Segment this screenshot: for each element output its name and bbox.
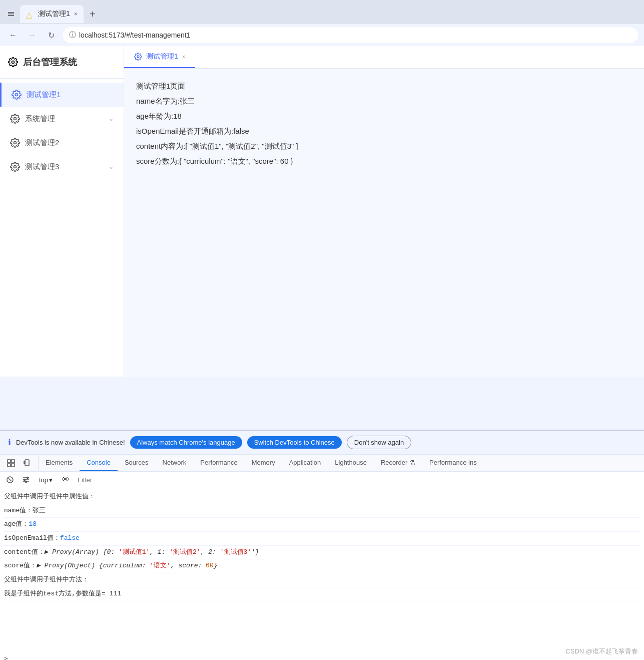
address-input[interactable]: ⓘ localhost:5173/#/test-management1 bbox=[63, 27, 638, 43]
menu-icon-system bbox=[10, 114, 20, 124]
devtools-tab-elements[interactable]: Elements bbox=[39, 455, 80, 471]
devtools-tabs: Elements Console Sources Network Perform… bbox=[0, 455, 644, 472]
info-icon: ⓘ bbox=[69, 31, 76, 40]
top-context-select[interactable]: top ▾ bbox=[36, 475, 56, 485]
expand-icon-test3: ⌄ bbox=[109, 163, 114, 170]
devtools-toolbar: top ▾ 👁 bbox=[0, 472, 644, 488]
svg-rect-6 bbox=[8, 460, 11, 463]
menu-icon-test2 bbox=[10, 138, 20, 148]
devtools-tab-memory[interactable]: Memory bbox=[245, 455, 282, 471]
devtools-tab-console[interactable]: Console bbox=[80, 455, 118, 471]
menu-label-test2: 测试管理2 bbox=[25, 138, 114, 148]
page-content: 测试管理1页面 name名字为:张三 age年龄为:18 isOpenEmail… bbox=[124, 69, 644, 179]
menu-icon-test1 bbox=[12, 90, 22, 100]
expand-icon-system: ⌄ bbox=[109, 115, 114, 122]
app-layout: 后台管理系统 测试管理1 系统管理 ⌄ 测试管理2 bbox=[0, 46, 644, 377]
svg-rect-11 bbox=[24, 461, 25, 464]
devtools-left-icons bbox=[0, 456, 39, 470]
csdn-watermark: CSDN @谁不起飞筝青春 bbox=[565, 647, 638, 656]
sidebar-item-test1[interactable]: 测试管理1 bbox=[0, 83, 124, 107]
clear-console-button[interactable] bbox=[4, 474, 16, 486]
switch-chinese-button[interactable]: Switch DevTools to Chinese bbox=[247, 436, 342, 449]
content-tabs: 测试管理1 × bbox=[124, 46, 644, 69]
main-content: 测试管理1 × 测试管理1页面 name名字为:张三 age年龄为:18 isO… bbox=[124, 46, 644, 377]
console-filter-input[interactable] bbox=[76, 475, 640, 485]
notification-info-icon: ℹ bbox=[8, 438, 11, 447]
console-line-5: score值：▶ Proxy(Object) {curriculum: '语文'… bbox=[4, 559, 640, 573]
content-tab-test1[interactable]: 测试管理1 × bbox=[124, 46, 195, 68]
console-line-6: 父组件中调用子组件中方法： bbox=[4, 573, 640, 587]
content-tab-close[interactable]: × bbox=[182, 54, 185, 60]
forward-button[interactable]: → bbox=[25, 28, 39, 42]
tab-favicon: △ bbox=[26, 10, 34, 18]
browser-chrome: △ 测试管理1 × + ← → ↻ ⓘ localhost:5173/#/tes… bbox=[0, 0, 644, 46]
devtools-tab-lighthouse[interactable]: Lighthouse bbox=[328, 455, 374, 471]
console-line-0: 父组件中调用子组件中属性值： bbox=[4, 490, 640, 504]
svg-rect-10 bbox=[25, 460, 29, 466]
svg-point-5 bbox=[137, 56, 139, 58]
devtools-notification: ℹ DevTools is now available in Chinese! … bbox=[0, 431, 644, 455]
eye-button[interactable]: 👁 bbox=[60, 474, 72, 486]
console-line-3: isOpenEmail值：false bbox=[4, 532, 640, 546]
match-language-button[interactable]: Always match Chrome's language bbox=[130, 436, 242, 449]
svg-rect-7 bbox=[12, 460, 15, 463]
svg-point-3 bbox=[14, 142, 17, 144]
page-line-0: 测试管理1页面 bbox=[136, 79, 632, 94]
content-tab-icon bbox=[134, 53, 142, 61]
reload-button[interactable]: ↻ bbox=[44, 28, 58, 42]
svg-point-2 bbox=[14, 118, 17, 120]
devtools-tab-application[interactable]: Application bbox=[282, 455, 328, 471]
devtools-inspect-button[interactable] bbox=[4, 456, 18, 470]
address-bar: ← → ↻ ⓘ localhost:5173/#/test-management… bbox=[0, 24, 644, 46]
devtools-device-button[interactable] bbox=[20, 456, 34, 470]
tab-list-button[interactable] bbox=[4, 7, 18, 21]
browser-tab-active[interactable]: △ 测试管理1 × bbox=[20, 5, 84, 23]
dont-show-again-button[interactable]: Don't show again bbox=[347, 436, 411, 449]
sidebar-logo-icon bbox=[8, 57, 18, 67]
eye-icon: 👁 bbox=[62, 475, 70, 484]
devtools-tab-network[interactable]: Network bbox=[156, 455, 194, 471]
back-button[interactable]: ← bbox=[6, 28, 20, 42]
console-line-1: name值：张三 bbox=[4, 504, 640, 518]
menu-icon-test3 bbox=[10, 162, 20, 172]
devtools-tab-performance-ins[interactable]: Performance ins bbox=[422, 455, 484, 471]
svg-rect-8 bbox=[8, 464, 11, 467]
sidebar-header: 后台管理系统 bbox=[0, 46, 124, 79]
sidebar-item-system[interactable]: 系统管理 ⌄ bbox=[0, 107, 124, 131]
svg-point-1 bbox=[16, 94, 18, 96]
svg-point-4 bbox=[14, 166, 17, 168]
new-tab-button[interactable]: + bbox=[86, 7, 100, 21]
console-line-7: 我是子组件的test方法,参数值是= 111 bbox=[4, 587, 640, 601]
page-line-3: isOpenEmail是否开通邮箱为:false bbox=[136, 124, 632, 139]
menu-label-test1: 测试管理1 bbox=[27, 90, 114, 100]
devtools-panel: ℹ DevTools is now available in Chinese! … bbox=[0, 430, 644, 660]
svg-point-20 bbox=[26, 481, 27, 483]
menu-label-system: 系统管理 bbox=[25, 114, 104, 124]
page-line-1: name名字为:张三 bbox=[136, 94, 632, 109]
console-line-4: content值：▶ Proxy(Array) {0: '测试值1', 1: '… bbox=[4, 546, 640, 560]
content-tab-label: 测试管理1 bbox=[146, 52, 178, 61]
sidebar-item-test2[interactable]: 测试管理2 bbox=[0, 131, 124, 155]
menu-label-test3: 测试管理3 bbox=[25, 162, 104, 172]
console-output: 父组件中调用子组件中属性值： name值：张三 age值：18 isOpenEm… bbox=[0, 488, 644, 652]
sidebar: 后台管理系统 测试管理1 系统管理 ⌄ 测试管理2 bbox=[0, 46, 124, 377]
devtools-tab-performance[interactable]: Performance bbox=[193, 455, 244, 471]
tab-close-button[interactable]: × bbox=[74, 11, 78, 18]
dropdown-icon: ▾ bbox=[49, 476, 53, 484]
svg-point-17 bbox=[27, 477, 29, 479]
filter-button[interactable] bbox=[20, 474, 32, 486]
sidebar-title: 后台管理系统 bbox=[23, 56, 77, 68]
notification-text: DevTools is now available in Chinese! bbox=[16, 439, 125, 446]
page-line-4: content内容为:[ "测试值1", "测试值2", "测试值3" ] bbox=[136, 139, 632, 154]
sidebar-menu: 测试管理1 系统管理 ⌄ 测试管理2 测试管理3 ⌄ bbox=[0, 79, 124, 183]
url-text: localhost:5173/#/test-management1 bbox=[79, 31, 191, 39]
page-line-2: age年龄为:18 bbox=[136, 109, 632, 124]
devtools-tab-sources[interactable]: Sources bbox=[118, 455, 156, 471]
console-prompt[interactable]: > bbox=[0, 652, 644, 660]
prompt-symbol: > bbox=[4, 654, 8, 660]
tab-bar: △ 测试管理1 × + bbox=[0, 0, 644, 24]
console-line-2: age值：18 bbox=[4, 518, 640, 532]
sidebar-item-test3[interactable]: 测试管理3 ⌄ bbox=[0, 155, 124, 179]
svg-line-13 bbox=[9, 478, 12, 481]
devtools-tab-recorder[interactable]: Recorder ⚗ bbox=[374, 455, 422, 471]
